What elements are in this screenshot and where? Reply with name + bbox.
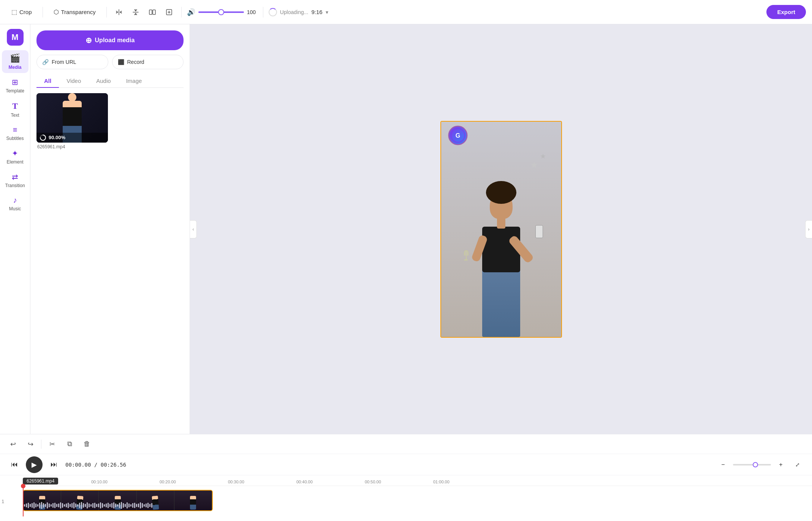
upload-status: Uploading... — [269, 8, 309, 16]
zoom-slider[interactable] — [733, 464, 771, 465]
fit-button[interactable] — [162, 5, 176, 19]
waveform-bar — [146, 504, 147, 507]
time-separator: / — [94, 462, 101, 468]
export-button[interactable]: Export — [766, 5, 806, 19]
filename-badge: 6265961.mp4 — [23, 478, 58, 484]
upload-media-button[interactable]: ⊕ Upload media — [36, 30, 184, 50]
waveform-bar — [68, 503, 69, 508]
tab-audio[interactable]: Audio — [89, 75, 118, 88]
edit-toolbar: ↩ ↪ ✂ ⧉ 🗑 — [0, 434, 812, 454]
waveform-bar — [119, 503, 120, 508]
waveform-bar — [77, 504, 78, 507]
copy-frame-button[interactable]: ⧉ — [63, 437, 76, 451]
upload-media-label: Upload media — [95, 37, 135, 44]
waveform-bar — [71, 503, 73, 508]
fullscreen-button[interactable]: ⤢ — [791, 458, 804, 472]
crop-label: Crop — [19, 9, 32, 15]
skip-back-button[interactable]: ⏮ — [8, 458, 21, 472]
waveform-bar — [87, 502, 88, 508]
waveform-bar — [127, 502, 128, 508]
sidebar-item-transition[interactable]: ⇄ Transition — [2, 169, 28, 191]
tab-image[interactable]: Image — [119, 75, 150, 88]
plus-circle-icon: ⊕ — [85, 36, 92, 45]
transparency-button[interactable]: ⬡ Transparency — [48, 5, 101, 19]
redo-button[interactable]: ↪ — [24, 437, 37, 451]
waveform-bar — [147, 503, 149, 508]
flip-h-button[interactable] — [112, 5, 126, 19]
delete-button[interactable]: 🗑 — [80, 437, 94, 451]
waveform-bar — [123, 503, 124, 508]
waveform-bar — [51, 504, 52, 507]
sidebar-item-element[interactable]: ✦ Element — [2, 146, 28, 168]
sidebar-item-template[interactable]: ⊞ Template — [2, 75, 28, 97]
canvas-logo-overlay: G — [448, 125, 468, 145]
media-panel: ⊕ Upload media 🔗 From URL ⬛ Record All V… — [30, 24, 190, 434]
crop-icon: ⬚ — [11, 8, 17, 16]
volume-slider[interactable] — [198, 11, 244, 13]
split-button[interactable] — [146, 5, 159, 19]
subtitles-icon: ≡ — [13, 125, 17, 134]
waveform-bar — [115, 504, 116, 507]
url-record-row: 🔗 From URL ⬛ Record — [36, 55, 184, 69]
aspect-ratio-display: 9:16 — [311, 9, 322, 15]
top-toolbar: ⬚ Crop ⬡ Transparency 🔊 100 Uploading...… — [0, 0, 812, 24]
zoom-in-button[interactable]: + — [774, 458, 788, 472]
sidebar-item-music[interactable]: ♪ Music — [2, 193, 28, 214]
app-logo: M — [7, 29, 24, 46]
transparency-label: Transparency — [61, 9, 96, 15]
waveform-bar — [113, 502, 114, 508]
waveform-bar — [128, 504, 130, 507]
chevron-down-icon[interactable]: ▾ — [326, 9, 328, 15]
tab-all[interactable]: All — [36, 75, 59, 88]
ruler-mark-6: 01:00.00 — [433, 480, 450, 484]
sidebar-item-label-subtitles: Subtitles — [6, 136, 24, 141]
waveform-bar — [75, 504, 76, 507]
current-time-value: 00:00.00 — [65, 462, 91, 468]
waveform-bar — [64, 504, 65, 507]
play-button[interactable]: ▶ — [26, 456, 43, 473]
waveform-bar — [89, 504, 90, 507]
media-icon: 🎬 — [10, 53, 20, 63]
video-canvas[interactable]: ★ ★ G — [440, 121, 562, 338]
zoom-out-button[interactable]: − — [716, 458, 730, 472]
waveform-bar — [62, 503, 63, 508]
left-sidebar: M 🎬 Media ⊞ Template T Text ≡ Subtitles … — [0, 24, 30, 434]
record-icon: ⬛ — [118, 59, 124, 65]
list-item[interactable]: 90.00% 6265961.mp4 — [36, 93, 108, 149]
volume-value: 100 — [247, 9, 258, 15]
media-thumbnail[interactable]: 90.00% — [36, 93, 108, 143]
waveform-bar — [100, 502, 101, 508]
waveform-bar — [142, 503, 143, 508]
tab-video[interactable]: Video — [59, 75, 89, 88]
cut-button[interactable]: ✂ — [45, 437, 59, 451]
record-button[interactable]: ⬛ Record — [112, 55, 184, 69]
waveform-bar — [106, 504, 107, 507]
sidebar-item-subtitles[interactable]: ≡ Subtitles — [2, 122, 28, 144]
undo-button[interactable]: ↩ — [6, 437, 20, 451]
sidebar-item-text[interactable]: T Text — [2, 98, 28, 121]
waveform-bar — [33, 502, 35, 508]
waveform-bar — [37, 504, 38, 507]
waveform-bar — [134, 503, 135, 508]
timeline-ruler: 0:00.00 00:10.00 00:20.00 00:30.00 00:40… — [23, 475, 812, 486]
video-strip[interactable]: // Will be generated inline via script b… — [23, 490, 213, 511]
main-area: M 🎬 Media ⊞ Template T Text ≡ Subtitles … — [0, 24, 812, 434]
waveform-bar — [125, 504, 126, 507]
waveform-bar — [24, 504, 25, 507]
sidebar-item-media[interactable]: 🎬 Media — [2, 50, 28, 73]
skip-forward-button[interactable]: ⏭ — [47, 458, 61, 472]
panel-collapse-button[interactable]: ‹ — [190, 220, 197, 238]
waveform-bar — [96, 504, 97, 507]
waveform-bar — [54, 503, 55, 508]
waveform-bar — [111, 503, 112, 508]
timeline-zoom-control: − + ⤢ — [716, 458, 804, 472]
ruler-mark-3: 00:30.00 — [228, 480, 244, 484]
waveform-bar — [32, 503, 33, 508]
transparency-icon: ⬡ — [54, 8, 59, 16]
from-url-button[interactable]: 🔗 From URL — [36, 55, 108, 69]
playhead[interactable] — [23, 486, 24, 516]
flip-v-button[interactable] — [129, 5, 142, 19]
right-panel-collapse-button[interactable]: › — [805, 220, 812, 238]
crop-button[interactable]: ⬚ Crop — [6, 5, 37, 19]
current-time: 00:00.00 / 00:26.56 — [65, 462, 126, 468]
